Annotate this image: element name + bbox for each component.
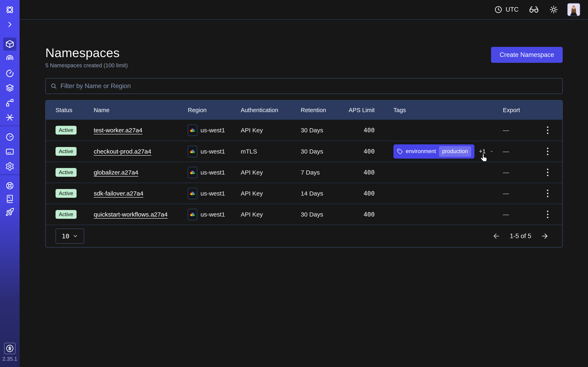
sidebar-item-nexus[interactable]: [3, 111, 16, 124]
credits-button[interactable]: [4, 343, 16, 354]
auth-label: mTLS: [231, 148, 291, 155]
col-retention: Retention: [291, 107, 338, 114]
namespace-link[interactable]: checkout-prod.a27a4: [94, 148, 151, 155]
next-page-button[interactable]: [541, 232, 549, 240]
page-title: Namespaces: [45, 45, 128, 60]
region-label: us-west1: [200, 211, 225, 218]
schedules-timer-icon: [5, 69, 15, 78]
table-row: Active globalizer.a27a4 us-west1 API Key…: [46, 162, 562, 183]
tags-expand-chevron-icon[interactable]: [490, 148, 493, 155]
sidebar-item-deployments[interactable]: [3, 82, 16, 95]
region-label: us-west1: [200, 127, 225, 134]
tags-overflow-count: +1: [479, 148, 486, 155]
export-value: —: [493, 169, 533, 176]
namespace-count: 5 Namespaces created (100 limit): [45, 62, 128, 69]
sidebar: 2.35.1: [0, 0, 20, 367]
timezone-selector[interactable]: UTC: [494, 5, 519, 14]
export-value: —: [493, 127, 533, 134]
sidebar-item-workflows[interactable]: [3, 52, 16, 65]
getting-started-rocket-icon: [5, 208, 14, 217]
sidebar-item-docs[interactable]: [3, 192, 16, 205]
status-badge: Active: [56, 168, 77, 177]
auth-label: API Key: [231, 127, 291, 134]
gcp-icon: [188, 209, 197, 220]
create-namespace-button[interactable]: Create Namespace: [491, 47, 563, 63]
aps-limit-value: 400: [338, 211, 384, 218]
docs-book-icon: [5, 194, 14, 203]
clock-icon: [494, 5, 503, 14]
sun-icon: [549, 5, 558, 14]
row-menu-button[interactable]: [547, 211, 548, 218]
usage-gauge-icon: [5, 132, 15, 142]
aps-limit-value: 400: [338, 127, 384, 134]
row-menu-button[interactable]: [547, 169, 548, 176]
export-value: —: [493, 211, 533, 218]
user-avatar[interactable]: [567, 3, 580, 16]
export-value: —: [493, 190, 533, 197]
retention-label: 30 Days: [291, 211, 338, 218]
col-aps-limit: APS Limit: [338, 107, 384, 114]
namespace-link[interactable]: quickstart-workflows.a27a4: [94, 211, 168, 218]
money-badge-icon: [6, 344, 14, 352]
row-menu-button[interactable]: [547, 126, 548, 134]
support-lifebuoy-icon: [5, 181, 14, 190]
batch-branch-icon: [5, 98, 15, 108]
pagination-range: 1-5 of 5: [510, 233, 531, 240]
auth-label: API Key: [231, 190, 291, 197]
col-region: Region: [178, 107, 231, 114]
gcp-icon: [188, 125, 197, 136]
temporal-logo-icon[interactable]: [3, 3, 16, 16]
sidebar-item-settings[interactable]: [3, 160, 16, 173]
sidebar-divider: [0, 175, 20, 175]
auth-label: API Key: [231, 211, 291, 218]
page-size-select[interactable]: 10: [56, 229, 84, 244]
aps-limit-value: 400: [338, 169, 384, 176]
sidebar-item-billing[interactable]: [3, 145, 16, 158]
table-row: Active test-worker.a27a4 us-west1 API Ke…: [46, 120, 562, 141]
filter-input[interactable]: [61, 82, 558, 90]
previous-page-button[interactable]: [492, 232, 501, 240]
sidebar-item-usage[interactable]: [3, 131, 16, 143]
nexus-asterisk-icon: [5, 113, 15, 122]
tag-pill[interactable]: environment production: [393, 144, 475, 159]
sidebar-divider: [0, 125, 20, 126]
namespace-link[interactable]: sdk-failover.a27a4: [94, 190, 144, 197]
status-badge: Active: [56, 126, 77, 134]
tags-cell: environment production +1: [384, 144, 493, 159]
aps-limit-value: 400: [338, 148, 384, 155]
region-label: us-west1: [200, 148, 225, 155]
col-authentication: Authentication: [231, 107, 291, 114]
col-name: Name: [84, 107, 178, 114]
retention-label: 30 Days: [291, 127, 338, 134]
sidebar-item-namespaces[interactable]: [3, 38, 16, 50]
table-row: Active sdk-failover.a27a4 us-west1 API K…: [46, 183, 562, 204]
sidebar-item-batch-operations[interactable]: [3, 96, 16, 109]
table-header-row: Status Name Region Authentication Retent…: [46, 100, 562, 120]
table-row: Active quickstart-workflows.a27a4 us-wes…: [46, 204, 562, 225]
sidebar-item-support[interactable]: [3, 179, 16, 192]
main-area: UTC Namespaces: [20, 0, 588, 367]
deployments-layers-icon: [5, 83, 15, 93]
labs-toggle[interactable]: [529, 4, 539, 15]
row-menu-button[interactable]: [547, 190, 548, 197]
region-label: us-west1: [200, 190, 225, 197]
namespace-link[interactable]: globalizer.a27a4: [94, 169, 138, 176]
sidebar-expand-button[interactable]: [3, 18, 16, 31]
row-menu-button[interactable]: [547, 148, 548, 155]
sidebar-item-getting-started[interactable]: [3, 206, 16, 218]
status-badge: Active: [56, 189, 77, 198]
app-version: 2.35.1: [0, 356, 20, 362]
search-icon: [50, 83, 57, 90]
tag-icon: [397, 149, 403, 154]
namespaces-table: Status Name Region Authentication Retent…: [45, 100, 563, 248]
content: Namespaces 5 Namespaces created (100 lim…: [20, 20, 588, 248]
status-badge: Active: [56, 147, 77, 156]
glasses-icon: [529, 4, 539, 15]
aps-limit-value: 400: [338, 190, 384, 197]
theme-toggle[interactable]: [549, 5, 558, 14]
sidebar-item-schedules[interactable]: [3, 67, 16, 80]
billing-card-icon: [5, 147, 15, 156]
namespace-link[interactable]: test-worker.a27a4: [94, 127, 142, 133]
retention-label: 7 Days: [291, 169, 338, 176]
chevron-down-icon: [73, 234, 78, 239]
